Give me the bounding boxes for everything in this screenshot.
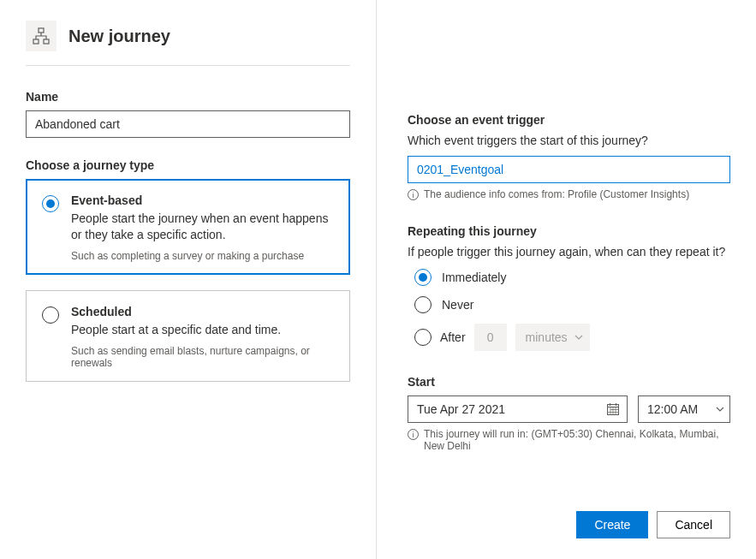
info-icon: i — [408, 189, 419, 200]
start-time-value: 12:00 AM — [647, 402, 698, 416]
radio-icon — [414, 269, 432, 286]
repeat-after-label: After — [440, 330, 466, 344]
repeat-radio-list: Immediately Never After 0 minutes — [408, 269, 730, 351]
right-content: Choose an event trigger Which event trig… — [408, 21, 730, 501]
radio-icon — [414, 329, 432, 346]
start-block: Start Tue Apr 27 2021 — [408, 375, 730, 452]
start-date-input[interactable]: Tue Apr 27 2021 — [408, 395, 628, 423]
start-date-value: Tue Apr 27 2021 — [417, 402, 505, 416]
journey-type-label: Choose a journey type — [26, 158, 350, 172]
page-title: New journey — [68, 27, 170, 46]
journey-type-event-based[interactable]: Event-based People start the journey whe… — [26, 179, 350, 275]
new-journey-dialog: New journey Name Choose a journey type E… — [0, 0, 756, 559]
create-button[interactable]: Create — [576, 511, 648, 538]
trigger-label: Choose an event trigger — [408, 113, 730, 127]
name-label: Name — [26, 90, 350, 104]
repeat-block: Repeating this journey If people trigger… — [408, 224, 730, 351]
info-icon: i — [408, 429, 419, 440]
repeat-option-after[interactable]: After 0 minutes — [414, 324, 730, 351]
name-input[interactable] — [26, 110, 350, 138]
chevron-down-icon — [574, 333, 583, 342]
svg-rect-0 — [39, 28, 44, 33]
right-column: Choose an event trigger Which event trig… — [377, 0, 756, 559]
scheduled-title: Scheduled — [71, 305, 334, 318]
left-column: New journey Name Choose a journey type E… — [0, 0, 377, 559]
event-based-desc: People start the journey when an event h… — [71, 211, 334, 243]
start-time-input[interactable]: 12:00 AM — [638, 395, 730, 423]
timezone-info-text: This journey will run in: (GMT+05:30) Ch… — [424, 428, 730, 452]
radio-icon — [414, 296, 432, 313]
audience-info-row: i The audience info comes from: Profile … — [408, 188, 730, 200]
repeat-immediately-label: Immediately — [442, 271, 506, 284]
trigger-sublabel: Which event triggers the start of this j… — [408, 134, 730, 147]
calendar-icon — [606, 402, 620, 416]
event-trigger-input[interactable] — [408, 156, 730, 183]
chevron-down-icon — [716, 405, 724, 413]
header-divider — [26, 65, 350, 66]
name-field-block: Name — [26, 90, 350, 138]
event-based-hint: Such as completing a survey or making a … — [71, 250, 334, 262]
repeat-after-unit-select[interactable]: minutes — [515, 324, 590, 351]
journey-hierarchy-icon — [26, 21, 57, 51]
dialog-footer: Create Cancel — [408, 501, 730, 538]
repeat-sublabel: If people trigger this journey again, wh… — [408, 245, 730, 259]
repeat-after-value[interactable]: 0 — [474, 324, 507, 351]
start-row: Tue Apr 27 2021 — [408, 395, 730, 423]
radio-icon — [42, 306, 59, 324]
cancel-button[interactable]: Cancel — [657, 511, 730, 538]
journey-type-group: Event-based People start the journey whe… — [26, 179, 350, 382]
audience-info-text: The audience info comes from: Profile (C… — [424, 188, 689, 200]
radio-icon — [42, 195, 59, 212]
timezone-info-row: i This journey will run in: (GMT+05:30) … — [408, 428, 730, 452]
journey-type-scheduled[interactable]: Scheduled People start at a specific dat… — [26, 290, 350, 382]
svg-rect-2 — [44, 39, 49, 44]
scheduled-hint: Such as sending email blasts, nurture ca… — [71, 345, 334, 369]
scheduled-desc: People start at a specific date and time… — [71, 322, 334, 338]
repeat-option-never[interactable]: Never — [414, 296, 730, 313]
repeat-label: Repeating this journey — [408, 224, 730, 238]
repeat-option-immediately[interactable]: Immediately — [414, 269, 730, 286]
repeat-after-unit-label: minutes — [526, 330, 568, 344]
svg-rect-1 — [33, 39, 39, 44]
dialog-header: New journey — [26, 21, 350, 51]
repeat-never-label: Never — [442, 298, 473, 312]
event-based-title: Event-based — [71, 193, 334, 207]
start-label: Start — [408, 375, 730, 389]
